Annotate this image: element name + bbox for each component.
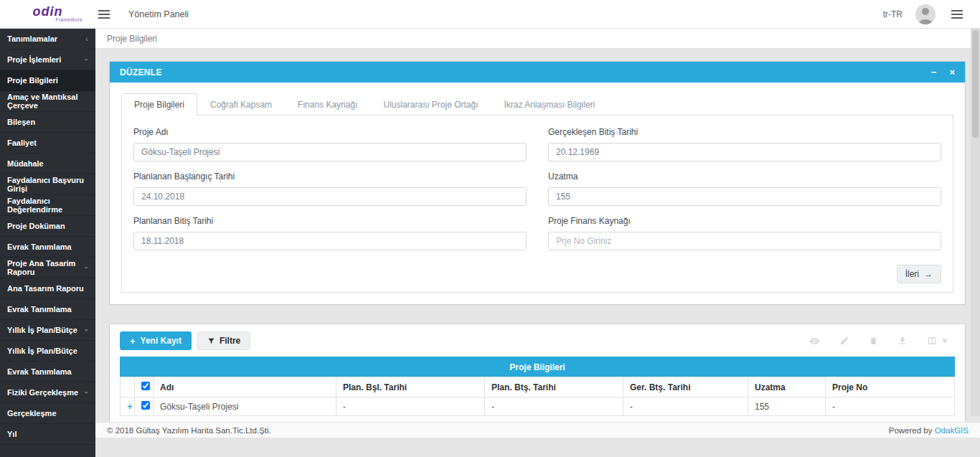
delete-trash-icon[interactable] xyxy=(869,336,878,346)
column-header-ger-bts-tarihi[interactable]: Ger. Btş. Tarihi xyxy=(623,377,748,397)
field-planlanan-baslangic-tarihi: Planlanan Başlangıç Tarihi xyxy=(133,167,527,206)
sidebar-item-tanimlamalar[interactable]: Tanımlamalar ‹ xyxy=(0,29,95,50)
content-area: DÜZENLE − × Proje Bilgileri Coğrafi Kaps… xyxy=(95,49,980,422)
topbar-right-group: tr-TR xyxy=(883,4,980,24)
download-icon[interactable] xyxy=(897,336,908,346)
chevron-down-icon: › xyxy=(83,58,91,61)
funnel-icon xyxy=(207,337,215,345)
copyright-text: © 2018 Gültaş Yazılım Harita San.Tic.Ltd… xyxy=(107,426,271,435)
edit-panel-title: DÜZENLE xyxy=(120,67,162,77)
cell-ger-bts-tarihi: - xyxy=(623,397,748,416)
vertical-scrollbar[interactable] xyxy=(971,29,980,416)
sidebar-item-fiziki-gerceklesme[interactable]: Fiziki Gerçekleşme › xyxy=(0,382,95,403)
chevron-down-icon: › xyxy=(83,266,91,269)
proje-adi-input[interactable] xyxy=(133,143,527,161)
sidebar-item-evrak-tanimlama-3[interactable]: Evrak Tanımlama xyxy=(0,362,95,382)
chevron-down-icon: › xyxy=(83,329,91,331)
app-root: odin FrameWork Yönetim Paneli tr-TR Tanı… xyxy=(0,0,980,457)
locale-selector[interactable]: tr-TR xyxy=(883,9,903,19)
scrollbar-thumb[interactable] xyxy=(972,30,979,138)
minimize-icon[interactable]: − xyxy=(931,67,937,77)
view-eye-icon[interactable] xyxy=(809,336,820,347)
sidebar-item-ana-tasarim-raporu[interactable]: Ana Tasarım Raporu xyxy=(0,278,95,299)
cell-plan-bts-tarihi: - xyxy=(485,397,623,416)
sidebar-item-proje-islemleri[interactable]: Proje İşlemleri › xyxy=(0,50,95,70)
app-logo[interactable]: odin FrameWork xyxy=(0,6,95,22)
uzatma-input[interactable] xyxy=(548,187,941,206)
tab-uluslararasi-proje-ortagi[interactable]: Uluslararası Proje Ortağı xyxy=(370,93,491,116)
edit-panel: DÜZENLE − × Proje Bilgileri Coğrafi Kaps… xyxy=(109,61,966,305)
odakgis-link[interactable]: OdakGIS xyxy=(935,426,969,435)
tab-finans-kaynagi[interactable]: Finans Kaynağı xyxy=(285,93,370,116)
column-header-plan-bts-tarihi[interactable]: Plan. Btş. Tarihi xyxy=(485,377,623,397)
sidebar-item-gerceklesme[interactable]: Gerçekleşme xyxy=(0,403,95,424)
bottom-gap xyxy=(95,438,980,457)
sidebar-item-yillik-is-plan-butce[interactable]: Yıllık İş Plan/Bütçe xyxy=(0,341,95,362)
expand-column-header xyxy=(121,377,135,397)
footer-bar: © 2018 Gültaş Yazılım Harita San.Tic.Ltd… xyxy=(95,422,980,438)
next-button[interactable]: İleri → xyxy=(897,265,941,283)
sidebar-item-proje-dokuman[interactable]: Proje Doküman xyxy=(0,216,95,237)
row-checkbox[interactable] xyxy=(141,401,150,410)
breadcrumb-bar: Proje Bilgileri xyxy=(95,29,980,49)
tab-cografi-kapsam[interactable]: Coğrafi Kapsam xyxy=(197,93,285,116)
user-avatar[interactable] xyxy=(915,4,936,24)
row-action-icons xyxy=(809,336,955,347)
sidebar-item-proje-ana-tasarim-raporu[interactable]: Proje Ana Tasarim Raporu › xyxy=(0,258,95,278)
planlanan-bitis-tarihi-input[interactable] xyxy=(133,232,527,250)
grid-title: Proje Bilgileri xyxy=(120,357,955,377)
edit-tabs: Proje Bilgileri Coğrafi Kapsam Finans Ka… xyxy=(121,93,953,115)
planlanan-baslangic-tarihi-input[interactable] xyxy=(133,187,527,206)
sidebar-item-mudahale[interactable]: Müdahale xyxy=(0,154,95,174)
main-area: Proje Bilgileri DÜZENLE − × Proje Bilgil xyxy=(95,29,980,457)
cell-adi: Göksu-Taşeli Projesi xyxy=(154,397,336,416)
column-header-adi[interactable]: Adı xyxy=(154,377,336,397)
sidebar-nav: Tanımlamalar ‹ Proje İşlemleri › Proje B… xyxy=(0,29,95,457)
gerceklesen-bitis-tarihi-input[interactable] xyxy=(548,143,941,161)
column-header-plan-bsl-tarihi[interactable]: Plan. Bşl. Tarihi xyxy=(336,377,485,397)
sidebar-item-bilesen[interactable]: Bileşen xyxy=(0,112,95,133)
page-title: Yönetim Paneli xyxy=(128,9,189,19)
chevron-down-icon: › xyxy=(83,391,91,394)
field-planlanan-bitis-tarihi: Planlanan Bitiş Tarihi xyxy=(133,212,527,250)
edit-panel-body: Proje Bilgileri Coğrafi Kapsam Finans Ka… xyxy=(110,83,965,304)
sidebar-toggle-hamburger-icon[interactable] xyxy=(95,7,113,22)
field-proje-adi: Proje Adı xyxy=(133,123,527,161)
tab-ikraz-anlasmasi-bilgileri[interactable]: İkraz Anlaşması Bilgileri xyxy=(491,93,608,116)
select-all-checkbox[interactable] xyxy=(141,382,150,390)
logo-text: odin xyxy=(33,6,63,17)
close-icon[interactable]: × xyxy=(949,67,955,77)
filter-button[interactable]: Filtre xyxy=(197,331,250,350)
column-header-uzatma[interactable]: Uzatma xyxy=(748,377,826,397)
powered-by: Powered by OdakGIS xyxy=(889,426,969,435)
sidebar-item-faaliyet[interactable]: Faaliyet xyxy=(0,133,95,154)
sidebar-item-yil[interactable]: Yıl xyxy=(0,424,95,445)
tab-proje-bilgileri[interactable]: Proje Bilgileri xyxy=(121,93,197,116)
select-all-column-header xyxy=(135,377,154,397)
sidebar-item-proje-bilgileri[interactable]: Proje Bilgileri xyxy=(0,70,95,91)
top-header-bar: odin FrameWork Yönetim Paneli tr-TR xyxy=(0,0,980,29)
caret-down-icon xyxy=(942,339,948,343)
logo-subtext: FrameWork xyxy=(56,17,83,22)
sidebar-item-faydalanici-basvuru-girisi[interactable]: Faydalanıcı Başvuru Girişi xyxy=(0,174,95,195)
chevron-left-icon: ‹ xyxy=(85,34,88,43)
proje-finans-kaynagi-input[interactable] xyxy=(548,232,941,250)
sidebar-item-yillik-is-plan-butce-parent[interactable]: Yıllık İş Plan/Bütçe › xyxy=(0,320,95,341)
columns-icon[interactable] xyxy=(927,336,948,346)
settings-hamburger-icon[interactable] xyxy=(948,7,966,22)
field-proje-finans-kaynagi: Proje Finans Kaynağı xyxy=(548,212,941,250)
sidebar-item-faydalanici-degerlendirme[interactable]: Faydalanıcı Değerlendirme xyxy=(0,195,95,216)
sidebar-item-evrak-tanimlama-2[interactable]: Evrak Tanımlama xyxy=(0,299,95,320)
row-expand-plus-icon[interactable]: + xyxy=(127,401,133,412)
table-row[interactable]: + Göksu-Taşeli Projesi - - - 155 - xyxy=(121,397,955,416)
edit-tab-content: Proje Adı Gerçekleşen Bitiş Tarihi Planl… xyxy=(121,115,953,293)
column-header-proje-no[interactable]: Proje No xyxy=(826,377,955,397)
field-uzatma: Uzatma xyxy=(548,167,941,206)
edit-pencil-icon[interactable] xyxy=(839,336,849,346)
cell-plan-bsl-tarihi: - xyxy=(336,397,485,416)
sidebar-item-evrak-tanimlama-1[interactable]: Evrak Tanımlama xyxy=(0,237,95,258)
new-record-button[interactable]: + Yeni Kayıt xyxy=(120,331,192,350)
cell-proje-no: - xyxy=(826,397,955,416)
sidebar-item-amac-ve-mantiksal-cerceve[interactable]: Amaç ve Mantıksal Çerçeve xyxy=(0,91,95,112)
cell-uzatma: 155 xyxy=(748,397,826,416)
